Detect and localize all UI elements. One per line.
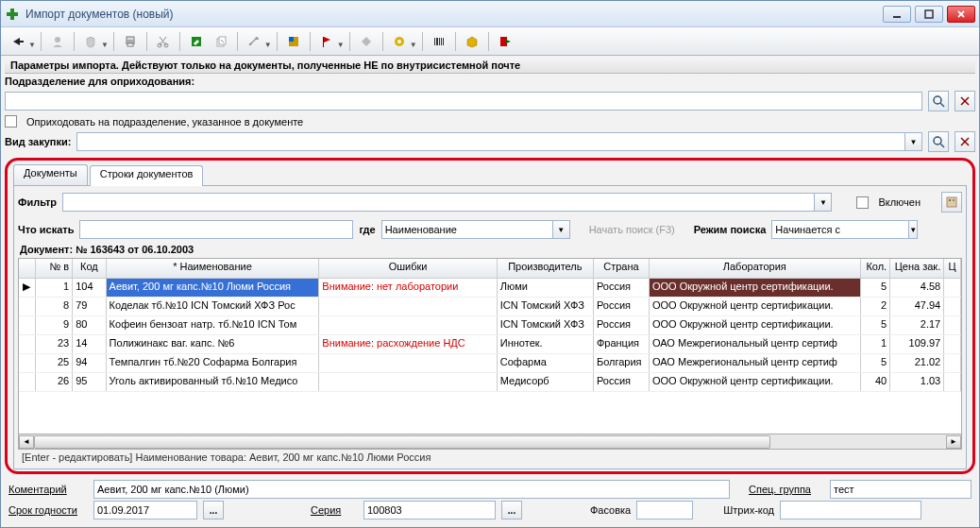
cell[interactable] <box>944 373 961 391</box>
edit-green-icon[interactable] <box>185 30 208 53</box>
filter-dropdown[interactable]: ▼ <box>815 193 832 212</box>
cell[interactable]: Аевит, 200 мг капс.№10 Люми Россия <box>107 279 320 297</box>
cell[interactable]: 79 <box>73 298 106 315</box>
scroll-right-icon[interactable]: ► <box>946 435 961 449</box>
cell[interactable]: ICN Томский ХФЗ <box>498 316 594 334</box>
cell[interactable]: Внимание: нет лаборатории <box>319 279 497 297</box>
cell[interactable]: ООО Окружной центр сертификации. <box>650 316 861 334</box>
maximize-button[interactable] <box>915 6 943 23</box>
col-prod[interactable]: Производитель <box>498 259 594 278</box>
cell[interactable] <box>19 335 36 353</box>
user-icon[interactable] <box>46 30 69 53</box>
expiry-picker-button[interactable]: ... <box>203 501 224 519</box>
col-kod[interactable]: Код <box>73 259 106 278</box>
division-input[interactable] <box>5 92 922 111</box>
search-what-input[interactable] <box>79 220 353 239</box>
col-lab[interactable]: Лаборатория <box>650 259 861 278</box>
cell[interactable]: 1 <box>861 335 891 353</box>
minimize-button[interactable] <box>883 6 911 23</box>
flag-red-icon[interactable] <box>315 30 338 53</box>
cell[interactable]: 40 <box>861 373 891 391</box>
cell[interactable]: Россия <box>594 316 650 334</box>
col-kol[interactable]: Кол. <box>861 259 891 278</box>
cell[interactable]: 1.03 <box>890 373 944 391</box>
cell[interactable] <box>944 354 961 372</box>
purchase-type-dropdown[interactable]: ▼ <box>905 132 922 151</box>
table-row[interactable]: 2314Полижинакс ваг. капс. №6Внимание: ра… <box>19 335 961 354</box>
search-where-input[interactable] <box>381 220 553 239</box>
cell[interactable] <box>19 316 36 334</box>
col-name[interactable]: * Наименование <box>107 259 320 278</box>
cell[interactable]: 4.58 <box>890 279 944 297</box>
col-country[interactable]: Страна <box>594 259 650 278</box>
cell[interactable]: 104 <box>73 279 106 297</box>
exit-icon[interactable] <box>494 30 516 53</box>
division-lookup-button[interactable] <box>928 91 949 111</box>
cell[interactable]: ▶ <box>19 279 36 297</box>
purchase-lookup-button[interactable] <box>928 131 949 152</box>
cell[interactable]: Россия <box>594 298 650 315</box>
cell[interactable]: 95 <box>73 373 106 391</box>
cell[interactable] <box>19 373 36 391</box>
filter-enabled-checkbox[interactable] <box>856 196 869 209</box>
cell[interactable]: ICN Томский ХФЗ <box>498 298 594 315</box>
diamond-icon[interactable] <box>355 30 378 53</box>
cell[interactable]: Люми <box>498 279 594 297</box>
cell[interactable] <box>19 298 36 315</box>
horizontal-scrollbar[interactable]: ◄ ► <box>18 434 962 450</box>
color-icon[interactable] <box>282 30 305 53</box>
series-picker-button[interactable]: ... <box>501 501 522 519</box>
cell[interactable]: Франция <box>594 335 650 353</box>
expiry-label[interactable]: Срок годности <box>8 504 88 516</box>
spec-group-label[interactable]: Спец. группа <box>749 484 824 495</box>
col-num[interactable]: № в <box>36 259 73 278</box>
cell[interactable]: 109.97 <box>890 335 944 353</box>
table-row[interactable]: 879Коделак тб.№10 ICN Томский ХФЗ РосICN… <box>19 298 961 316</box>
tab-documents[interactable]: Документы <box>13 164 88 185</box>
barcode-icon[interactable] <box>428 30 450 53</box>
scroll-left-icon[interactable]: ◄ <box>19 435 34 449</box>
cut-icon[interactable] <box>152 30 175 53</box>
filter-settings-button[interactable] <box>941 192 962 213</box>
purchase-clear-button[interactable] <box>955 131 975 152</box>
col-price[interactable]: Цена зак. <box>890 259 944 278</box>
cell[interactable] <box>944 279 961 297</box>
cell[interactable]: 80 <box>73 316 106 334</box>
cell[interactable]: Болгария <box>594 354 650 372</box>
box-gold-icon[interactable] <box>461 30 483 53</box>
purchase-type-input[interactable] <box>76 132 905 151</box>
cell[interactable]: ОАО Межрегиональный центр сертиф <box>650 335 861 353</box>
cell[interactable]: 26 <box>36 373 73 391</box>
col-err[interactable]: Ошибки <box>319 259 497 278</box>
cell[interactable]: 2 <box>861 298 891 315</box>
gear-gold-icon[interactable] <box>388 30 411 53</box>
cell[interactable]: ООО Окружной центр сертификации. <box>650 298 861 315</box>
cell[interactable]: Россия <box>594 279 650 297</box>
filter-input[interactable] <box>62 193 815 212</box>
col-last[interactable]: Ц <box>944 259 961 278</box>
use-doc-division-checkbox[interactable] <box>5 115 17 128</box>
cell[interactable] <box>319 316 497 334</box>
cell[interactable]: 23 <box>36 335 73 353</box>
cell[interactable] <box>319 354 497 372</box>
cell[interactable]: ООО Окружной центр сертификации. <box>650 279 861 297</box>
cell[interactable] <box>944 316 961 334</box>
cell[interactable]: Софарма <box>498 354 594 372</box>
back-button[interactable] <box>7 30 29 53</box>
table-row[interactable]: 2594Темпалгин тб.№20 Софарма БолгарияСоф… <box>19 354 961 373</box>
expiry-input[interactable] <box>93 501 197 519</box>
col-selector[interactable] <box>19 259 36 278</box>
search-mode-dropdown[interactable]: ▼ <box>909 220 918 239</box>
cell[interactable] <box>319 373 497 391</box>
cell[interactable]: Иннотек. <box>498 335 594 353</box>
cell[interactable]: Медисорб <box>498 373 594 391</box>
comment-input[interactable] <box>93 480 730 499</box>
barcode-input[interactable] <box>780 501 921 519</box>
hand-icon[interactable] <box>79 30 102 53</box>
wrench-icon[interactable] <box>243 30 265 53</box>
cell[interactable]: 8 <box>36 298 73 315</box>
series-label[interactable]: Серия <box>311 504 358 516</box>
tab-document-lines[interactable]: Строки документов <box>90 165 204 186</box>
cell[interactable]: Полижинакс ваг. капс. №6 <box>107 335 320 353</box>
cell[interactable] <box>19 354 36 372</box>
